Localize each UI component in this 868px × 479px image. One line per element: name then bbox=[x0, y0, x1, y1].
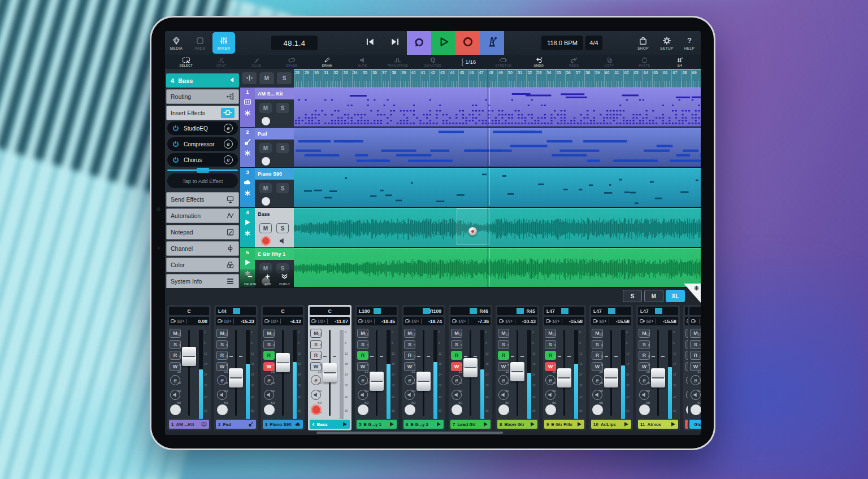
track-solo-button[interactable]: S bbox=[276, 223, 289, 233]
track-mute-button[interactable]: M bbox=[259, 183, 272, 193]
track-row-2[interactable]: 2PadMS bbox=[240, 128, 294, 168]
fader-handle[interactable] bbox=[229, 368, 243, 387]
edit-effect-icon[interactable]: e bbox=[224, 140, 233, 149]
power-icon[interactable] bbox=[172, 125, 179, 132]
mixer-close-corner[interactable]: ✳ bbox=[684, 284, 701, 303]
track-name[interactable]: Bass bbox=[255, 208, 294, 220]
ruler-bar-28[interactable]: 28 bbox=[294, 70, 303, 88]
ruler-bar-44[interactable]: 44 bbox=[449, 70, 458, 88]
track-action-duplc[interactable]: DUPLC bbox=[279, 272, 290, 286]
ruler-bar-43[interactable]: 43 bbox=[439, 70, 449, 88]
ruler-bar-60[interactable]: 60 bbox=[604, 70, 614, 88]
freeze-icon[interactable] bbox=[244, 230, 251, 237]
pan-control[interactable]: R100 bbox=[403, 307, 444, 315]
inspector-item-insert-effects[interactable]: Insert Effects bbox=[166, 106, 239, 120]
strip-name-bar[interactable]: Global bbox=[689, 420, 701, 429]
track-monitor-icon[interactable] bbox=[279, 237, 286, 247]
ruler-bar-61[interactable]: 61 bbox=[614, 70, 623, 88]
output-volume-row[interactable] bbox=[689, 317, 701, 325]
track-row-4[interactable]: 4BassMS bbox=[240, 208, 294, 248]
output-volume-row[interactable]: 1/2+-7.36 bbox=[450, 317, 491, 325]
track-record-arm-button[interactable] bbox=[262, 157, 270, 166]
pan-control[interactable]: R45 bbox=[497, 307, 537, 315]
strip-name-bar[interactable]: 3Piano S90 bbox=[263, 420, 303, 429]
tool-paste[interactable]: PASTE bbox=[627, 55, 662, 69]
clip-track-2[interactable] bbox=[294, 128, 701, 167]
ruler-bar-55[interactable]: 55 bbox=[555, 70, 565, 88]
output-volume-row[interactable]: 1/2+-11.07 bbox=[310, 317, 350, 325]
record-button[interactable] bbox=[455, 31, 480, 55]
tool-grid[interactable]: 1/4 bbox=[662, 55, 697, 69]
effect-slot-compressor[interactable]: Compressor e bbox=[167, 137, 238, 151]
pan-control[interactable]: L47 bbox=[638, 307, 678, 315]
fader-handle[interactable] bbox=[557, 368, 571, 387]
tool-split[interactable]: SPLIT bbox=[203, 55, 238, 69]
ruler-bar-57[interactable]: 57 bbox=[575, 70, 584, 88]
skip-start-button[interactable] bbox=[358, 31, 382, 55]
ruler-bar-29[interactable]: 29 bbox=[303, 70, 313, 88]
mixer-scrollbar[interactable] bbox=[316, 432, 503, 434]
tool-erase[interactable]: ERASE bbox=[274, 55, 309, 69]
inspector-item-notepad[interactable]: Notepad bbox=[166, 225, 239, 240]
global-solo-button[interactable]: S bbox=[277, 72, 292, 84]
strip-name-bar[interactable]: 4Bass bbox=[310, 420, 350, 429]
track-name[interactable]: E Gtr Rhy 1 bbox=[255, 248, 294, 260]
tool-undo[interactable]: UNDO bbox=[521, 55, 556, 69]
ruler-bar-36[interactable]: 36 bbox=[371, 70, 381, 88]
loop-button[interactable] bbox=[407, 31, 431, 55]
media-button[interactable]: MEDIA bbox=[165, 32, 188, 54]
strip-name-bar[interactable]: 9E Gtr Fills bbox=[544, 420, 584, 429]
ruler-bar-52[interactable]: 52 bbox=[526, 70, 536, 88]
ruler-bar-54[interactable]: 54 bbox=[546, 70, 555, 88]
tool-quantize-value[interactable]: 1/16 bbox=[450, 55, 485, 69]
mixer-button[interactable]: MIXER bbox=[212, 32, 235, 54]
fader-handle[interactable] bbox=[510, 362, 524, 381]
bpm-display[interactable]: 118.0 BPM bbox=[541, 36, 583, 50]
play-button[interactable] bbox=[431, 31, 455, 55]
track-mute-button[interactable]: M bbox=[259, 223, 272, 233]
tool-draw[interactable]: DRAW bbox=[310, 55, 345, 69]
fader-handle[interactable] bbox=[276, 353, 290, 372]
strip-name-bar[interactable]: 11Atmos bbox=[638, 420, 678, 429]
ruler-bar-34[interactable]: 34 bbox=[352, 70, 362, 88]
metronome-button[interactable] bbox=[480, 31, 504, 55]
strip-name-bar[interactable]: 2Pad bbox=[216, 420, 256, 429]
global-mute-button[interactable]: M bbox=[259, 72, 274, 84]
ruler-bar-35[interactable]: 35 bbox=[362, 70, 371, 88]
fader-handle[interactable] bbox=[463, 358, 478, 377]
ruler-bar-50[interactable]: 50 bbox=[507, 70, 517, 88]
output-volume-row[interactable]: 1/2+-15.58 bbox=[591, 317, 631, 325]
fader-handle[interactable] bbox=[416, 372, 431, 391]
strip-name-bar[interactable]: 10AdLips bbox=[591, 420, 631, 429]
track-record-arm-button[interactable] bbox=[262, 117, 270, 125]
ruler-bar-45[interactable]: 45 bbox=[458, 70, 468, 88]
ruler-bar-39[interactable]: 39 bbox=[401, 70, 410, 88]
track-mute-button[interactable]: M bbox=[259, 143, 272, 153]
output-volume-row[interactable]: 1/2+0.00 bbox=[169, 317, 209, 325]
pan-control[interactable]: C bbox=[263, 307, 303, 315]
ruler-bar-49[interactable]: 49 bbox=[497, 70, 507, 88]
mixer-size-xl[interactable]: XL bbox=[666, 290, 685, 302]
ruler-bar-51[interactable]: 51 bbox=[517, 70, 526, 88]
ruler-bar-62[interactable]: 62 bbox=[623, 70, 633, 88]
ruler-bar-67[interactable]: 67 bbox=[671, 70, 681, 88]
fader-handle[interactable] bbox=[182, 347, 196, 366]
track-name[interactable]: Pad bbox=[255, 128, 294, 140]
strip-name-bar[interactable]: 7Lead Gtr bbox=[450, 420, 491, 429]
ruler-bar-31[interactable]: 31 bbox=[323, 70, 332, 88]
inspector-item-system-info[interactable]: System Info bbox=[166, 274, 239, 289]
ruler-bar-59[interactable]: 59 bbox=[594, 70, 604, 88]
inspector-item-routing[interactable]: Routing bbox=[166, 89, 239, 104]
clip-track-3[interactable] bbox=[294, 168, 701, 207]
ruler-bar-68[interactable]: 68 bbox=[682, 70, 691, 88]
tool-transpose[interactable]: TRANSPOSE bbox=[380, 55, 415, 69]
track-action-add[interactable]: ADD bbox=[264, 272, 271, 286]
ruler-bar-56[interactable]: 56 bbox=[565, 70, 575, 88]
pan-control[interactable]: R46 bbox=[450, 307, 491, 315]
tool-redo[interactable]: REDO bbox=[556, 55, 591, 69]
ruler-bar-40[interactable]: 40 bbox=[410, 70, 420, 88]
effect-slot-studioeq[interactable]: StudioEQ e bbox=[167, 121, 238, 135]
track-mute-button[interactable]: M bbox=[259, 103, 272, 113]
pan-control[interactable] bbox=[689, 307, 701, 315]
track-solo-button[interactable]: S bbox=[276, 143, 289, 153]
